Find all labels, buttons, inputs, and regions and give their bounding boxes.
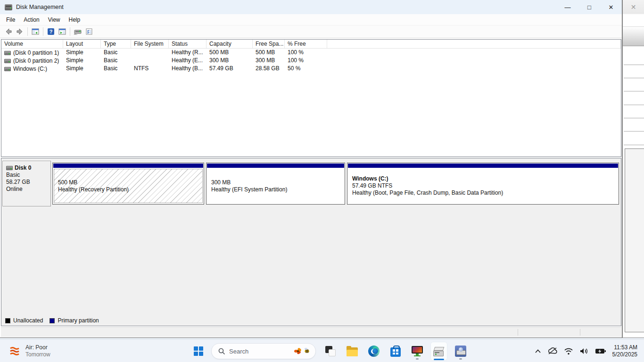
cell-pct-free: 100 % — [285, 57, 327, 65]
cell-status: Healthy (R... — [169, 49, 206, 57]
file-explorer-button[interactable] — [344, 342, 361, 361]
column-header-free-space[interactable]: Free Spa... — [253, 40, 285, 48]
forward-button[interactable] — [14, 26, 25, 37]
status-bar — [1, 327, 621, 337]
partition-recovery[interactable]: 500 MB Healthy (Recovery Partition) — [52, 163, 204, 205]
partition-status: Healthy (Boot, Page File, Crash Dump, Ba… — [352, 189, 614, 197]
edge-button[interactable] — [365, 342, 382, 361]
air-quality-icon — [8, 345, 21, 357]
disk-size: 58.27 GB — [6, 179, 48, 186]
flower-icon — [294, 347, 302, 355]
back-button[interactable] — [3, 26, 14, 37]
background-panel — [625, 148, 644, 332]
show-console-tree-button[interactable] — [30, 26, 41, 37]
menu-help[interactable]: Help — [65, 15, 85, 25]
column-header-filler — [327, 40, 621, 48]
show-action-pane-button[interactable] — [57, 26, 68, 37]
volume-row-partition-2[interactable]: (Disk 0 partition 2) Simple Basic Health… — [1, 57, 621, 65]
disk-0-info-panel[interactable]: Disk 0 Basic 58.27 GB Online — [2, 161, 51, 206]
column-header-status[interactable]: Status — [169, 40, 206, 48]
volume-list-pane: Volume Layout Type File System Status Ca… — [1, 39, 621, 157]
toolbar-separator — [27, 27, 28, 36]
drive-icon — [74, 28, 82, 35]
legend-primary-partition: Primary partition — [50, 317, 99, 324]
menu-view[interactable]: View — [44, 15, 65, 25]
hardware-app-button[interactable] — [452, 342, 469, 361]
column-header-file-system[interactable]: File System — [131, 40, 169, 48]
background-close-icon[interactable]: ✕ — [631, 3, 636, 11]
column-header-layout[interactable]: Layout — [63, 40, 101, 48]
clock-time: 11:53 AM — [612, 344, 637, 351]
weather-headline: Air: Poor — [25, 344, 50, 351]
legend-unallocated: Unallocated — [5, 317, 43, 324]
hardware-app-icon — [455, 346, 466, 357]
background-list-row — [624, 78, 644, 78]
volume-name: (Disk 0 partition 2) — [13, 58, 59, 64]
wifi-icon[interactable] — [564, 347, 573, 355]
volume-icon — [4, 59, 11, 63]
microsoft-store-button[interactable] — [387, 342, 404, 361]
disk-status: Online — [6, 186, 48, 193]
volume-icon — [4, 67, 11, 71]
partition-title: Windows (C:) — [352, 175, 614, 182]
task-view-icon — [325, 346, 336, 356]
partition-efi[interactable]: 300 MB Healthy (EFI System Partition) — [206, 163, 345, 205]
volume-row-partition-1[interactable]: (Disk 0 partition 1) Simple Basic Health… — [1, 49, 621, 57]
background-window-titlebar: ✕ — [623, 0, 644, 14]
minimize-button[interactable]: — — [557, 0, 578, 14]
background-list-row — [624, 91, 644, 91]
column-header-capacity[interactable]: Capacity — [206, 40, 253, 48]
cell-file-system — [131, 57, 169, 65]
cell-pct-free: 50 % — [285, 65, 327, 73]
background-list-row — [624, 65, 644, 65]
partition-size: 300 MB — [211, 179, 340, 186]
disk-management-window: Disk Management — □ ✕ File Action View H… — [0, 0, 622, 338]
unallocated-swatch — [5, 318, 10, 323]
cell-pct-free: 100 % — [285, 49, 327, 57]
titlebar[interactable]: Disk Management — □ ✕ — [0, 0, 622, 14]
graphical-view-pane: Disk 0 Basic 58.27 GB Online 500 MB Heal… — [1, 158, 621, 326]
background-list-row — [624, 105, 644, 105]
disk-name: Disk 0 — [15, 165, 31, 172]
clock[interactable]: 11:53 AM 5/20/2025 — [612, 344, 637, 358]
maximize-button[interactable]: □ — [578, 0, 600, 14]
cell-capacity: 500 MB — [206, 49, 253, 57]
close-button[interactable]: ✕ — [600, 0, 622, 14]
start-button[interactable] — [190, 342, 207, 361]
monitor-app-button[interactable] — [409, 342, 426, 361]
cell-layout: Simple — [63, 57, 101, 65]
onedrive-offline-icon[interactable] — [547, 347, 558, 355]
disk-management-app-icon — [5, 4, 12, 10]
properties-list-button[interactable] — [83, 26, 95, 37]
bee-icon — [303, 347, 311, 354]
battery-charging-icon[interactable] — [595, 347, 606, 355]
desktop: ✕ Disk Management — □ ✕ File Action View… — [0, 0, 644, 362]
weather-widget[interactable]: Air: Poor Tomorrow — [5, 342, 54, 361]
status-bar-divider — [518, 329, 518, 336]
partition-windows-c[interactable]: Windows (C:) 57.49 GB NTFS Healthy (Boot… — [347, 163, 619, 205]
svg-text:?: ? — [50, 29, 53, 34]
disk-management-taskbar-button[interactable] — [430, 342, 447, 361]
volume-row-windows-c[interactable]: Windows (C:) Simple Basic NTFS Healthy (… — [1, 65, 621, 73]
partition-strip: 500 MB Healthy (Recovery Partition) 300 … — [52, 163, 619, 205]
drive-status-button[interactable] — [72, 26, 83, 37]
cell-capacity: 300 MB — [206, 57, 253, 65]
chevron-up-icon[interactable] — [535, 349, 541, 354]
menu-action[interactable]: Action — [19, 15, 43, 25]
disk-management-icon — [433, 347, 445, 356]
taskbar: Air: Poor Tomorrow Search — [0, 339, 644, 362]
cell-capacity: 57.49 GB — [206, 65, 253, 73]
system-tray: 11:53 AM 5/20/2025 — [535, 340, 637, 362]
volume-icon[interactable] — [579, 347, 589, 355]
column-header-type[interactable]: Type — [101, 40, 131, 48]
background-window-toolbar — [623, 26, 644, 46]
column-header-pct-free[interactable]: % Free — [285, 40, 327, 48]
task-view-button[interactable] — [322, 342, 339, 361]
background-window[interactable]: ✕ — [622, 0, 644, 338]
background-list-row — [624, 118, 644, 118]
search-box[interactable]: Search — [211, 343, 316, 359]
partition-color-bar — [207, 164, 344, 168]
menu-file[interactable]: File — [2, 15, 19, 25]
help-button[interactable]: ? — [45, 26, 57, 37]
column-header-volume[interactable]: Volume — [1, 40, 63, 48]
